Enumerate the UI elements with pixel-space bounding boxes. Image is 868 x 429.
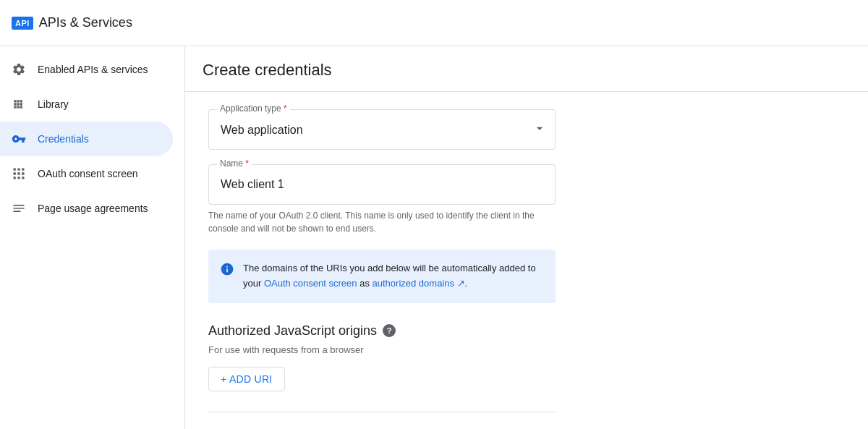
page-usage-icon bbox=[12, 201, 26, 216]
sidebar-item-credentials-label: Credentials bbox=[38, 133, 89, 145]
settings-icon bbox=[12, 62, 26, 77]
content-area: Application type Web application Android… bbox=[185, 92, 836, 429]
api-badge: API bbox=[12, 17, 33, 30]
top-header: API APIs & Services bbox=[0, 0, 868, 46]
sidebar-item-oauth-consent[interactable]: OAuth consent screen bbox=[0, 156, 173, 191]
main-content: Create credentials Application type Web … bbox=[185, 46, 868, 429]
sidebar-item-library-label: Library bbox=[38, 98, 69, 110]
info-box: The domains of the URIs you add below wi… bbox=[208, 250, 556, 303]
sidebar-item-page-usage-label: Page usage agreements bbox=[38, 203, 148, 214]
section-divider bbox=[208, 412, 556, 412]
api-logo: API bbox=[12, 17, 33, 30]
sidebar-item-oauth-consent-label: OAuth consent screen bbox=[38, 168, 138, 179]
name-input-wrapper: Name bbox=[208, 164, 556, 205]
js-origins-section: Authorized JavaScript origins ? For use … bbox=[208, 323, 813, 391]
key-icon bbox=[12, 132, 26, 146]
js-origins-add-uri-button[interactable]: + ADD URI bbox=[208, 367, 285, 391]
name-field: Name The name of your OAuth 2.0 client. … bbox=[208, 164, 813, 235]
add-uri-label: + ADD URI bbox=[221, 373, 273, 385]
name-label: Name bbox=[217, 158, 252, 169]
sidebar-item-enabled-apis-label: Enabled APIs & services bbox=[38, 64, 148, 75]
info-circle-icon bbox=[220, 262, 234, 279]
application-type-field: Application type Web application Android… bbox=[208, 109, 813, 150]
sidebar-item-enabled-apis[interactable]: Enabled APIs & services bbox=[0, 52, 173, 87]
js-origins-help-icon[interactable]: ? bbox=[383, 324, 396, 337]
js-origins-desc: For use with requests from a browser bbox=[208, 344, 813, 355]
info-box-text: The domains of the URIs you add below wi… bbox=[243, 261, 544, 292]
sidebar-item-credentials[interactable]: Credentials bbox=[0, 122, 173, 156]
page-title: Create credentials bbox=[203, 61, 851, 80]
layout: Enabled APIs & services Library Credenti… bbox=[0, 46, 868, 429]
oauth-consent-link[interactable]: OAuth consent screen bbox=[264, 278, 357, 289]
name-helper-text: The name of your OAuth 2.0 client. This … bbox=[208, 209, 556, 235]
application-type-wrapper: Application type Web application Android… bbox=[208, 109, 556, 150]
header-title: APIs & Services bbox=[39, 15, 132, 30]
application-type-select[interactable]: Web application Android Chrome App iOS T… bbox=[208, 109, 556, 150]
page-header: Create credentials bbox=[185, 46, 868, 92]
js-origins-title: Authorized JavaScript origins ? bbox=[208, 323, 813, 339]
library-icon bbox=[12, 97, 26, 111]
oauth-icon bbox=[12, 166, 26, 181]
sidebar: Enabled APIs & services Library Credenti… bbox=[0, 46, 185, 429]
application-type-label: Application type bbox=[217, 103, 290, 114]
authorized-domains-link[interactable]: authorized domains ↗ bbox=[373, 278, 465, 289]
sidebar-item-library[interactable]: Library bbox=[0, 87, 173, 122]
name-input[interactable] bbox=[208, 164, 556, 205]
sidebar-item-page-usage[interactable]: Page usage agreements bbox=[0, 191, 173, 226]
